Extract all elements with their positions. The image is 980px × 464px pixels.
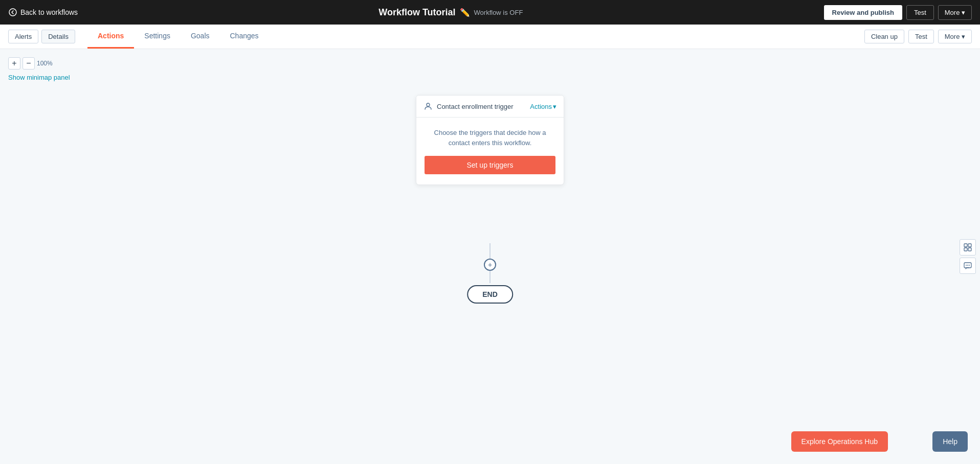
- connector-line-bottom: [489, 271, 491, 283]
- svg-rect-2: [964, 244, 967, 247]
- tab-goals[interactable]: Goals: [181, 25, 220, 49]
- zoom-controls: + − 100%: [8, 57, 53, 69]
- zoom-out-button[interactable]: −: [23, 57, 35, 69]
- tabs-container: Actions Settings Goals Changes: [87, 25, 864, 49]
- svg-point-8: [967, 265, 968, 266]
- show-minimap-button[interactable]: Show minimap panel: [8, 74, 70, 81]
- review-publish-button[interactable]: Review and publish: [824, 5, 902, 20]
- chat-icon-button[interactable]: [960, 258, 976, 274]
- secondary-nav-right: Clean up Test More ▾: [864, 30, 972, 43]
- svg-rect-4: [964, 248, 967, 251]
- card-title: Contact enrollment trigger: [437, 103, 514, 110]
- back-label: Back to workflows: [20, 8, 78, 16]
- edit-icon[interactable]: ✏️: [460, 8, 470, 17]
- test-button-secondary[interactable]: Test: [908, 30, 934, 43]
- svg-point-9: [969, 265, 970, 266]
- grid-view-icon-button[interactable]: [960, 239, 976, 256]
- tab-actions[interactable]: Actions: [87, 25, 134, 49]
- test-button-top[interactable]: Test: [906, 5, 934, 20]
- back-to-workflows-button[interactable]: Back to workflows: [8, 8, 78, 17]
- tab-changes[interactable]: Changes: [220, 25, 269, 49]
- svg-point-7: [966, 265, 967, 266]
- card-header: Contact enrollment trigger Actions ▾: [416, 96, 564, 118]
- top-nav: Back to workflows Workflow Tutorial ✏️ W…: [0, 0, 980, 25]
- svg-point-0: [9, 9, 16, 16]
- card-body: Choose the triggers that decide how a co…: [416, 118, 564, 184]
- svg-rect-3: [968, 244, 971, 247]
- workflow-status: Workflow is OFF: [474, 9, 523, 16]
- explore-operations-hub-button[interactable]: Explore Operations Hub: [791, 431, 888, 452]
- end-node: END: [467, 285, 513, 304]
- set-up-triggers-button[interactable]: Set up triggers: [425, 156, 555, 174]
- help-button[interactable]: Help: [932, 431, 968, 452]
- card-header-left: Contact enrollment trigger: [424, 102, 514, 111]
- card-description: Choose the triggers that decide how a co…: [425, 128, 555, 148]
- contact-icon: [424, 102, 433, 111]
- svg-point-1: [427, 103, 430, 106]
- side-icons: [960, 239, 976, 274]
- workflow-title-area: Workflow Tutorial ✏️ Workflow is OFF: [84, 7, 818, 18]
- workflow-title: Workflow Tutorial: [378, 7, 455, 18]
- connector-top: +: [484, 243, 496, 283]
- enrollment-trigger-card: Contact enrollment trigger Actions ▾ Cho…: [416, 95, 564, 185]
- connector-line-top: [489, 243, 491, 259]
- zoom-in-button[interactable]: +: [8, 57, 20, 69]
- secondary-nav: Alerts Details Actions Settings Goals Ch…: [0, 25, 980, 49]
- clean-up-button[interactable]: Clean up: [864, 30, 904, 43]
- back-arrow-icon: [8, 8, 17, 17]
- more-button-secondary[interactable]: More ▾: [938, 30, 972, 43]
- more-button-top[interactable]: More ▾: [938, 5, 972, 20]
- top-nav-right: Review and publish Test More ▾: [824, 5, 972, 20]
- tab-settings[interactable]: Settings: [134, 25, 181, 49]
- svg-rect-5: [968, 248, 971, 251]
- zoom-level: 100%: [37, 60, 53, 67]
- card-actions-button[interactable]: Actions ▾: [530, 103, 556, 110]
- details-button[interactable]: Details: [41, 30, 75, 43]
- workflow-canvas: + − 100% Show minimap panel Contact enro…: [0, 49, 980, 464]
- alerts-button[interactable]: Alerts: [8, 30, 38, 43]
- add-action-button[interactable]: +: [484, 259, 496, 271]
